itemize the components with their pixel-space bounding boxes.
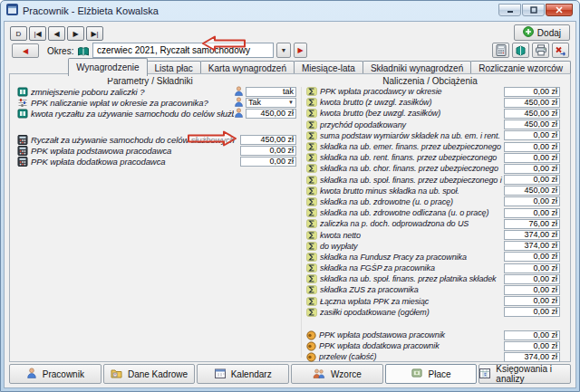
calculation-row: zaliczka na p. doch. odprowadzona do US … [306,218,560,229]
calculation-value[interactable]: 450,00 zł [504,186,560,196]
sum-icon [306,308,317,317]
calculation-value[interactable]: 0,00 zł [504,175,560,185]
calculation-value[interactable]: 0,00 zł [504,274,560,284]
ppk-summary-value[interactable]: 0,00 zł [504,341,560,351]
calculation-value[interactable]: 0,00 zł [504,296,560,306]
calculation-row: składka na ub. społ. finans. przez ubezp… [306,175,560,186]
nav-button[interactable]: ▶ [67,26,84,41]
client-area: D|◀◀▶▶| Dodaj ◀ Okres: czerwiec 2021, Ry… [4,21,576,388]
ppk-summary-row: PPK wpłata podstawowa pracownik 0,00 zł [306,330,560,340]
calculation-value[interactable]: 0,00 zł [504,263,560,273]
printer-icon [535,44,547,56]
bottom-tab-pracownik[interactable]: Pracownik [9,364,102,384]
calculation-label: kwota brutto (z uwzgl. zasiłków) [320,98,504,107]
parameter-row: kwota ryczałtu za używanie samochodu do … [17,108,296,119]
calculation-value[interactable]: 0,00 zł [504,153,560,163]
bottom-tab-bar: Pracownik Dane Kadrowe Kalendarz Wzorce … [9,364,571,384]
nav-button[interactable]: ◀ [48,26,65,41]
notebook-button[interactable] [512,43,529,58]
sum-icon [306,242,317,251]
calculation-row: suma podstaw wymiarów składek na ub. em.… [306,130,560,141]
tab[interactable]: Wynagrodzenie [68,58,147,76]
calculation-value[interactable]: 450,00 zł [504,109,560,119]
component-value[interactable]: 0,00 zł [240,146,296,156]
previous-period-button[interactable]: ◀ [12,43,39,58]
parameter-value[interactable]: 450,00 zł [246,109,296,119]
minimize-button[interactable] [498,4,521,16]
calculation-label: składka na ub. zdrowotne (u. o pracę) [320,197,504,206]
calculation-value[interactable]: 450,00 zł [504,98,560,108]
period-dropdown-button[interactable]: ▼ [276,43,291,58]
nav-button[interactable]: ▶| [86,26,103,41]
ppk-summary-value[interactable]: 374,00 zł [504,352,560,362]
print-button[interactable] [532,43,549,58]
bottom-tab-kalendarz[interactable]: Kalendarz [197,364,289,384]
sum-icon [306,285,317,294]
calculations-group: PPK wpłata pracodawcy w okresie 0,00 zł … [306,86,560,318]
calculation-value[interactable]: 450,00 zł [504,120,560,129]
calculation-label: do wypłaty [320,242,504,251]
period-row: ◀ Okres: czerwiec 2021, Ryczałt samochod… [5,43,575,59]
right-column-header: Naliczenia / Obciążenia [290,76,570,86]
parameter-label: PPK naliczanie wpłat w okresie za pracow… [31,98,234,108]
sum-icon [306,253,317,262]
calculation-value[interactable]: 0,00 zł [504,164,560,174]
title-bar[interactable]: Pracownik - Elżbieta Kowalska [1,1,579,21]
money-icon [411,368,423,380]
calculation-value[interactable]: 0,00 zł [504,87,560,97]
parameter-dropdown[interactable]: Tak▼ [246,98,296,108]
person-icon [234,105,244,121]
calculation-value[interactable]: 374,00 zł [504,230,560,240]
calculation-value[interactable]: 0,00 zł [504,196,560,206]
nav-button[interactable]: D [10,26,27,41]
bottom-tab-wzorce[interactable]: Wzorce [291,364,383,384]
calculator-icon [496,44,507,56]
ppk-summary-label: PPK wpłata dodatkowa pracownik [319,341,504,350]
parameters-group: zmniejszenie poboru zaliczki ? tak PPK n… [17,86,296,120]
next-period-button[interactable]: ▶ [294,43,307,58]
calculation-value[interactable]: 0,00 zł [504,130,560,140]
calculation-label: składka na ub. społ. finans. przez płatn… [320,274,504,283]
parameter-row: zmniejszenie poboru zaliczki ? tak [17,86,296,97]
calculation-row: składka na FGŚP za pracownika 0,00 zł [306,263,560,273]
period-combobox[interactable]: czerwiec 2021, Ryczałt samochodowy [92,43,274,58]
calculation-row: zasiłki opodatkowane (ogółem) 0,00 zł [306,307,560,318]
sum-icon [306,197,317,206]
component-row: PPK wpłata dodatkowa pracodawca 0,00 zł [17,156,296,167]
column-divider [301,87,302,358]
calculation-value[interactable]: 76,00 zł [504,219,560,229]
ppk-summary-value[interactable]: 0,00 zł [504,330,560,340]
calculation-value[interactable]: 0,00 zł [504,142,560,152]
component-value[interactable]: 450,00 zł [240,135,296,145]
add-button[interactable]: Dodaj [514,24,570,41]
calculation-value[interactable]: 0,00 zł [504,285,560,295]
calculation-label: składka ZUS za pracownika [320,285,504,294]
bottom-tab-place[interactable]: Płace [385,364,478,384]
calculation-value[interactable]: 0,00 zł [504,208,560,218]
calculator-button[interactable] [492,43,509,58]
close-button[interactable] [546,4,573,16]
parameter-row: PPK naliczanie wpłat w okresie za pracow… [17,97,296,108]
calculation-label: przychód opodatkowany [320,120,504,129]
record-nav-group: D|◀◀▶▶| [10,26,103,41]
parameter-value[interactable]: tak [246,87,296,97]
calculation-value[interactable]: 0,00 zł [504,252,560,262]
window-title: Pracownik - Elżbieta Kowalska [23,5,159,16]
bottom-tab-dane-kadrowe[interactable]: Dane Kadrowe [103,364,196,384]
exit-button[interactable] [552,43,569,58]
calculation-value[interactable]: 374,00 zł [504,241,560,251]
calculation-row: składka na ub. społ. finans. przez płatn… [306,273,560,284]
nav-button[interactable]: |◀ [29,26,46,41]
sum-icon [306,142,317,151]
calculation-value[interactable]: 0,00 zł [504,307,560,317]
sum-icon [306,87,317,96]
spreadsheet-icon [479,368,490,380]
component-value[interactable]: 0,00 zł [240,157,296,167]
maximize-button[interactable] [522,4,545,16]
bottom-tab-ksiegowania[interactable]: Księgowania i analizy [478,364,571,384]
notebook-icon [515,45,527,56]
calculation-label: składka na ub. społ. finans. przez ubezp… [320,176,504,185]
calculation-row: składka na ub. chor. finans. przez ubezp… [306,163,560,174]
coin-icon [306,341,316,351]
calculation-row: składka na ub. zdrowotne odliczana (u. o… [306,207,560,218]
